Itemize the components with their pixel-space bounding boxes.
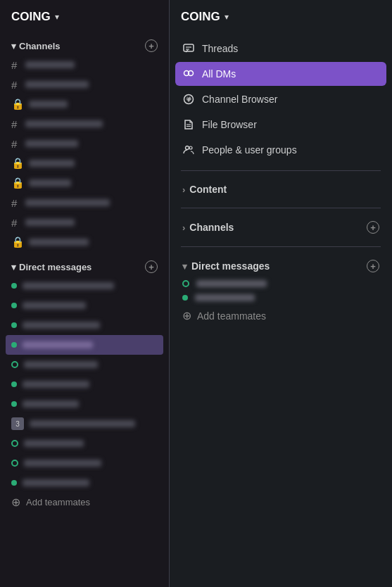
channel-item[interactable]: # xyxy=(0,75,169,94)
dm-item[interactable]: 3 xyxy=(0,414,169,434)
add-dm-right-button[interactable]: + xyxy=(367,260,379,272)
add-teammates-right-button[interactable]: ⊕ Add teammates xyxy=(175,305,386,327)
menu-item-people[interactable]: People & user groups xyxy=(175,138,386,162)
dm-name xyxy=(24,460,101,467)
left-workspace-title: COING xyxy=(11,10,51,24)
channel-item[interactable]: # xyxy=(0,193,169,213)
hash-icon: # xyxy=(11,59,21,71)
status-dot-online xyxy=(11,342,17,348)
left-sidebar: COING ▾ ▾ Channels + # # 🔒 # # 🔒 🔒 # # 🔒… xyxy=(0,0,169,587)
dm-name xyxy=(23,400,79,408)
menu-item-channel-browser[interactable]: Channel Browser xyxy=(175,87,386,111)
channel-name xyxy=(25,61,75,68)
left-workspace-chevron: ▾ xyxy=(55,12,59,22)
channel-name xyxy=(25,81,89,88)
hash-icon: # xyxy=(11,217,21,229)
add-channel-right-button[interactable]: + xyxy=(367,221,379,234)
dm-item[interactable] xyxy=(0,473,169,493)
right-dm-item[interactable] xyxy=(175,277,386,291)
status-dot-away xyxy=(11,440,18,447)
threads-icon xyxy=(182,42,195,55)
menu-item-threads[interactable]: Threads xyxy=(175,37,386,61)
channel-item[interactable]: # xyxy=(0,55,169,75)
channel-item[interactable]: 🔒 xyxy=(0,153,169,173)
dm-item[interactable] xyxy=(0,315,169,335)
dm-name xyxy=(23,341,93,348)
add-channel-button[interactable]: + xyxy=(145,39,158,52)
channel-item[interactable]: # xyxy=(0,134,169,153)
right-channels-header[interactable]: › Channels + xyxy=(175,217,386,238)
dm-chevron-down: ▾ xyxy=(182,261,187,272)
channels-section: ▾ Channels + # # 🔒 # # 🔒 🔒 # # 🔒 xyxy=(0,34,169,255)
channel-name xyxy=(25,140,78,147)
status-dot-away xyxy=(182,280,189,287)
channel-item[interactable]: 🔒 xyxy=(0,232,169,252)
left-workspace-header[interactable]: COING ▾ xyxy=(0,0,169,34)
navigation-menu: Threads All DMs Channel Browser xyxy=(170,34,392,165)
lock-icon: 🔒 xyxy=(11,157,25,170)
content-chevron-right: › xyxy=(182,184,185,195)
right-dm-label: Direct messages xyxy=(191,260,270,272)
menu-item-file-browser[interactable]: File Browser xyxy=(175,113,386,137)
channels-section-header[interactable]: ▾ Channels + xyxy=(0,37,169,55)
channel-name xyxy=(29,239,89,246)
content-section-header[interactable]: › Content xyxy=(175,179,386,199)
menu-item-all-dms-label: All DMs xyxy=(202,68,236,80)
content-section: › Content xyxy=(170,177,392,202)
add-teammates-right-label: Add teammates xyxy=(197,310,266,322)
menu-item-channel-browser-label: Channel Browser xyxy=(202,94,277,105)
channel-name xyxy=(29,101,68,108)
dm-item[interactable] xyxy=(0,394,169,414)
dm-item[interactable] xyxy=(0,374,169,394)
channel-item[interactable]: 🔒 xyxy=(0,94,169,114)
channel-name xyxy=(29,160,75,167)
channels-label: Channels xyxy=(19,41,61,51)
dm-name xyxy=(23,302,86,309)
dm-item[interactable] xyxy=(0,296,169,315)
dm-name xyxy=(24,361,98,368)
lock-icon: 🔒 xyxy=(11,236,25,248)
add-teammates-button[interactable]: ⊕ Add teammates xyxy=(0,493,169,512)
right-channels-label: Channels xyxy=(189,222,234,233)
channel-item[interactable]: # xyxy=(0,114,169,134)
dm-item[interactable] xyxy=(0,453,169,473)
dm-section: ▾ Direct messages + 3 ⊕ Add teammates xyxy=(0,255,169,515)
right-workspace-chevron: ▾ xyxy=(225,12,229,22)
right-workspace-title: COING xyxy=(181,10,220,24)
channel-item[interactable]: 🔒 xyxy=(0,173,169,193)
hash-icon: # xyxy=(11,197,21,209)
right-dm-section: ▾ Direct messages + ⊕ Add teammates xyxy=(170,253,392,329)
dm-item[interactable] xyxy=(0,276,169,296)
file-icon xyxy=(182,118,195,131)
svg-point-10 xyxy=(186,146,189,150)
dm-section-header[interactable]: ▾ Direct messages + xyxy=(0,258,169,276)
menu-item-threads-label: Threads xyxy=(202,43,238,54)
dm-item[interactable] xyxy=(0,355,169,374)
status-dot-away xyxy=(11,361,18,368)
status-dot-online xyxy=(11,283,17,289)
right-dm-name xyxy=(196,280,267,287)
right-dm-header[interactable]: ▾ Direct messages + xyxy=(175,255,386,277)
menu-item-all-dms[interactable]: All DMs xyxy=(175,62,386,86)
dm-item-active[interactable] xyxy=(6,335,163,355)
section-divider-2 xyxy=(181,208,381,208)
svg-rect-0 xyxy=(184,44,194,51)
channel-item[interactable]: # xyxy=(0,213,169,232)
dm-name xyxy=(23,322,100,329)
status-dot-online xyxy=(11,303,17,308)
status-dot-online xyxy=(11,480,17,486)
right-dm-name xyxy=(195,294,255,301)
status-dot-online xyxy=(182,295,188,301)
dm-name xyxy=(23,381,89,388)
lock-icon: 🔒 xyxy=(11,177,25,189)
right-workspace-header[interactable]: COING ▾ xyxy=(170,0,392,34)
dm-item[interactable] xyxy=(0,434,169,453)
section-divider xyxy=(181,170,381,171)
add-teammates-label: Add teammates xyxy=(26,497,90,507)
dm-name xyxy=(23,282,114,289)
add-dm-button[interactable]: + xyxy=(145,260,158,273)
channel-name xyxy=(29,179,71,187)
right-dm-item[interactable] xyxy=(175,291,386,305)
hash-icon: # xyxy=(11,79,21,91)
channel-name xyxy=(25,199,110,206)
